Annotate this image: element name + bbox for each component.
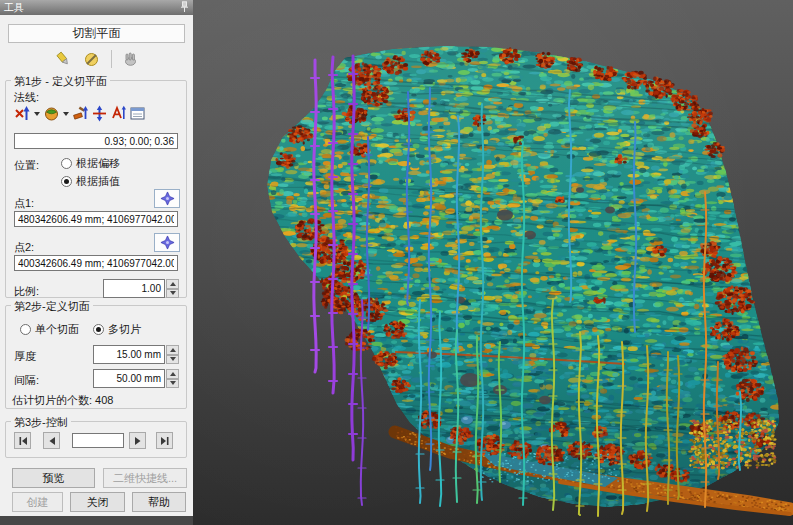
step2-legend: 第2步-定义切面 [11,299,93,314]
radio-multi-slice-circle[interactable] [93,324,104,335]
brush-normal-icon[interactable] [72,105,89,122]
scale-up-button[interactable] [166,279,179,289]
viewport-3d[interactable] [193,0,793,525]
app-window: { "panel": { "title": "工具", "header": "切… [0,0,793,525]
point2-label: 点2: [14,240,34,255]
panel-titlebar: 工具 [0,0,193,15]
close-button[interactable]: 关闭 [70,492,125,512]
toolbar-separator [111,50,112,68]
axis-normal-dropdown-icon[interactable] [34,112,40,116]
step3-group: 第3步-控制 [5,421,187,458]
view-normal-dropdown-icon[interactable] [63,112,69,116]
first-slice-button[interactable] [14,432,31,449]
axis-normal-icon[interactable] [14,105,31,122]
prev-slice-button[interactable] [43,432,60,449]
hand-pick-icon[interactable] [119,47,143,71]
radio-by-interp-circle[interactable] [61,176,72,187]
shortcut-2d-button[interactable]: 二维快捷线... [103,468,187,488]
radio-by-offset-label: 根据偏移 [76,156,120,171]
step2-group: 第2步-定义切面 单个切面 多切片 厚度 15.00 mm 间隔: 50.00 … [5,305,187,409]
thickness-spinner: 15.00 mm [93,345,179,364]
dialog-normal-icon[interactable] [129,105,146,122]
normal-icon-row [14,105,146,122]
scale-down-button[interactable] [166,289,179,299]
step1-legend: 第1步 - 定义切平面 [11,74,110,89]
slice-index-field[interactable] [72,433,124,448]
thickness-label: 厚度 [14,349,36,364]
radio-by-interp[interactable]: 根据插值 [61,174,120,189]
pin-icon[interactable] [180,1,189,15]
tool-header-label: 切割平面 [73,25,121,42]
last-slice-button[interactable] [156,432,173,449]
thickness-value[interactable]: 15.00 mm [93,345,165,364]
normal-value-field[interactable] [14,133,178,149]
normal-label: 法线: [14,90,39,105]
help-button[interactable]: 帮助 [132,492,186,512]
tool-header: 切割平面 [8,24,185,43]
next-slice-button[interactable] [129,432,146,449]
tool-panel: 工具 切割平面 第1步 - 定义切平面 法线: [0,0,193,525]
thickness-up-button[interactable] [166,345,179,355]
plane-toolbar [0,47,193,71]
step1-group: 第1步 - 定义切平面 法线: [5,80,187,298]
spacing-down-button[interactable] [166,379,179,389]
view-normal-icon[interactable] [43,105,60,122]
point2-pick-button[interactable] [154,233,180,252]
flip-normal-icon[interactable] [91,105,108,122]
radio-multi-slice-label: 多切片 [108,322,141,337]
panel-bottom-strip [0,516,193,525]
point2-value-field[interactable] [14,255,178,271]
spacing-spinner: 50.00 mm [93,369,179,388]
radio-by-offset-circle[interactable] [61,158,72,169]
radio-single-section[interactable]: 单个切面 [20,322,79,337]
spacing-label: 间隔: [14,373,39,388]
scale-value[interactable]: 1.00 [103,279,165,298]
step3-legend: 第3步-控制 [11,415,71,430]
point1-pick-button[interactable] [154,189,180,208]
disc-plane-icon[interactable] [80,47,104,71]
radio-by-offset[interactable]: 根据偏移 [61,156,120,171]
radio-multi-slice[interactable]: 多切片 [93,322,141,337]
radio-by-interp-label: 根据插值 [76,174,120,189]
spacing-up-button[interactable] [166,369,179,379]
scale-spinner: 1.00 [103,279,179,298]
spacing-value[interactable]: 50.00 mm [93,369,165,388]
position-label: 位置: [14,158,39,173]
point1-value-field[interactable] [14,211,178,227]
radio-single-section-circle[interactable] [20,324,31,335]
slice-count-estimate: 估计切片的个数: 408 [12,393,113,408]
scale-label: 比例: [14,284,39,299]
thickness-down-button[interactable] [166,355,179,365]
panel-title: 工具 [4,1,24,15]
viewport-3d-canvas[interactable] [193,0,793,525]
draw-plane-icon[interactable] [51,47,75,71]
create-button[interactable]: 创建 [12,492,63,512]
align-normal-icon[interactable] [110,105,127,122]
radio-single-section-label: 单个切面 [35,322,79,337]
point1-label: 点1: [14,196,34,211]
preview-button[interactable]: 预览 [12,468,95,488]
